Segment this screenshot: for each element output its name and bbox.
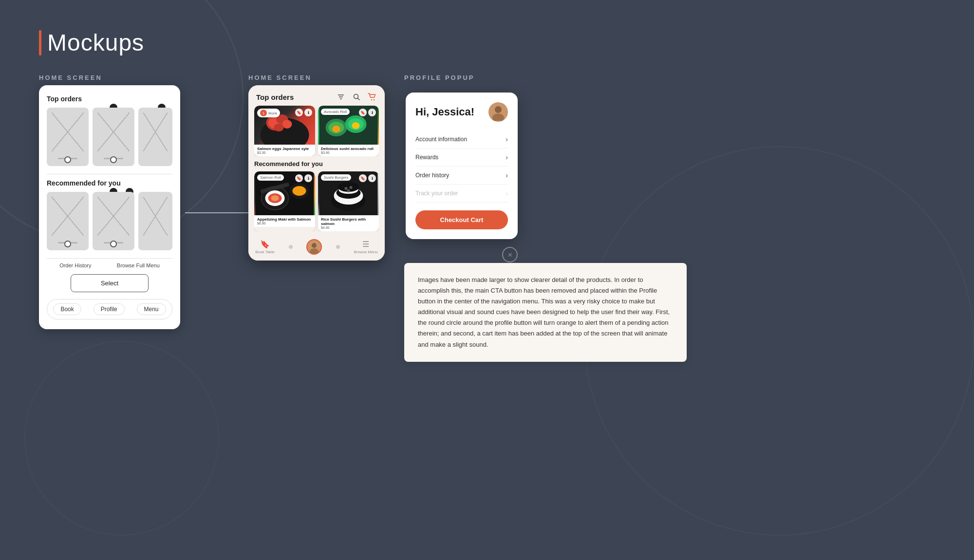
svg-point-16 — [333, 126, 340, 132]
wf-top-orders-title: Top orders — [47, 95, 172, 103]
ikura-badge-name: Ikura — [268, 111, 277, 115]
salmon-price: $6.90 — [257, 222, 312, 225]
info-icon-ikura[interactable]: ℹ — [304, 109, 312, 116]
info-icon-salmon[interactable]: ℹ — [304, 174, 312, 182]
wf-rec-card-circle-2 — [110, 241, 117, 247]
wf-rec-card-2 — [93, 192, 134, 250]
cart-icon[interactable] — [367, 92, 377, 102]
avocado-card-info: Delicious sushi avocado roll $3.90 — [318, 145, 379, 156]
burgers-label: Rice Sushi Burgers with salmon — [321, 217, 376, 226]
order-history-label: Order history — [415, 172, 449, 179]
burgers-card-info: Rice Sushi Burgers with salmon $4.90 — [318, 215, 379, 231]
wf-nav-bar: Book Profile Menu — [47, 299, 172, 319]
avocado-label: Delicious sushi avocado roll — [321, 147, 376, 151]
badge-count: 1 — [260, 110, 267, 116]
track-order-label: Track your order — [415, 190, 458, 197]
avocado-name-badge: Avocado Roll — [321, 109, 350, 115]
svg-point-24 — [271, 195, 279, 201]
ikura-card-info: Salmon eggs Japanese syle $3.30 — [254, 145, 315, 156]
popup-menu-rewards[interactable]: Rewards › — [415, 149, 508, 167]
wf-card-3 — [138, 108, 172, 166]
checkout-cart-button[interactable]: Checkout Cart — [415, 210, 508, 229]
description-box: Images have been made larger to show cle… — [404, 263, 687, 362]
bookmark-icon-salmon[interactable]: 🔖 — [295, 174, 303, 182]
svg-point-27 — [293, 186, 306, 196]
salmon-card-icons: 🔖 ℹ — [295, 174, 312, 182]
wf-nav-menu[interactable]: Menu — [137, 303, 166, 315]
track-order-arrow: › — [506, 189, 508, 197]
title-accent-bar — [39, 30, 41, 56]
svg-point-38 — [310, 248, 318, 254]
description-text: Images have been made larger to show cle… — [418, 275, 673, 350]
bookmark-icon-burgers[interactable]: 🔖 — [359, 174, 367, 182]
nav-dot — [289, 245, 293, 249]
svg-point-35 — [350, 186, 353, 189]
nav-browse-menu[interactable]: ☰ Browse Menu — [354, 240, 378, 254]
ikura-card-icons: 🔖 ℹ — [295, 109, 312, 116]
bookmark-icon-avocado[interactable]: 🔖 — [359, 109, 367, 116]
burgers-price: $4.90 — [321, 226, 376, 229]
filter-icon[interactable] — [336, 92, 346, 102]
profile-avatar-nav[interactable] — [306, 239, 322, 255]
wf-rec-card-3 — [138, 192, 172, 250]
avocado-card-icons: 🔖 ℹ — [359, 109, 376, 116]
popup-menu-order-history[interactable]: Order history › — [415, 167, 508, 185]
food-card-avocado[interactable]: Avocado Roll 🔖 ℹ Delicious sushi avocado… — [318, 106, 379, 156]
browse-menu-icon: ☰ — [362, 240, 369, 249]
popup-greeting: Hi, Jessica! — [415, 106, 474, 118]
svg-point-40 — [492, 113, 504, 121]
svg-point-37 — [312, 243, 317, 248]
phone-header: Top orders — [248, 85, 385, 106]
wf-card-circle-2 — [110, 156, 117, 163]
ikura-price: $3.30 — [257, 151, 312, 154]
nav-book-table[interactable]: 🔖 Book Table — [255, 240, 274, 254]
avocado-price: $3.90 — [321, 151, 376, 154]
page-title: Mockups — [47, 29, 144, 56]
section-label-middle: HOME SCREEN — [248, 74, 312, 81]
order-history-arrow: › — [506, 171, 508, 179]
rewards-label: Rewards — [415, 154, 438, 161]
info-icon-burgers[interactable]: ℹ — [368, 174, 376, 182]
burgers-name-badge: Sushi Burgers — [321, 174, 351, 181]
nav-dot-2 — [336, 245, 340, 249]
bookmark-icon-ikura[interactable]: 🔖 — [295, 109, 303, 116]
wf-recommended-cards-row — [47, 192, 172, 250]
phone-header-icons — [336, 92, 377, 102]
color-phone: Top orders — [248, 85, 385, 261]
wf-nav-book[interactable]: Book — [53, 303, 81, 315]
svg-point-11 — [282, 120, 292, 129]
top-food-cards-row: 1 Ikura 🔖 ℹ Salmon eggs Japanese syle $3… — [254, 106, 379, 156]
account-info-label: Account information — [415, 136, 467, 143]
wf-browse-menu-label: Browse Full Menu — [117, 262, 160, 268]
svg-point-6 — [374, 99, 375, 100]
food-card-ikura[interactable]: 1 Ikura 🔖 ℹ Salmon eggs Japanese syle $3… — [254, 106, 315, 156]
info-icon-avocado[interactable]: ℹ — [368, 109, 376, 116]
svg-point-39 — [495, 106, 502, 113]
wf-card-x-3 — [138, 108, 172, 166]
wf-rec-card-circle-1 — [64, 241, 71, 247]
search-icon[interactable] — [352, 92, 361, 102]
wf-card-2 — [93, 108, 134, 166]
recommended-cards-row: Salmon Roll 🔖 ℹ Appetizing Maki with Sal… — [254, 171, 379, 231]
nav-center-dot-2 — [336, 245, 340, 249]
popup-close-button[interactable]: ✕ — [502, 247, 518, 262]
food-card-burgers[interactable]: Sushi Burgers 🔖 ℹ Rice Sushi Burgers wit… — [318, 171, 379, 231]
svg-point-12 — [274, 124, 284, 131]
ikura-label: Salmon eggs Japanese syle — [257, 147, 312, 151]
wf-recommended-title: Recommended for you — [47, 179, 172, 187]
wf-card-1 — [47, 108, 89, 166]
page-title-area: Mockups — [39, 29, 144, 56]
svg-point-5 — [371, 99, 372, 100]
popup-menu-account[interactable]: Account information › — [415, 131, 508, 149]
wf-nav-profile[interactable]: Profile — [94, 303, 125, 315]
food-card-salmon[interactable]: Salmon Roll 🔖 ℹ Appetizing Maki with Sal… — [254, 171, 315, 231]
wf-bottom-labels: Order History Browse Full Menu — [47, 262, 172, 268]
profile-avatar-popup — [488, 102, 508, 122]
popup-menu-track-order: Track your order › — [415, 185, 508, 203]
wireframe-phone: Top orders Recommended for you — [39, 85, 180, 329]
wf-select-button[interactable]: Select — [71, 274, 149, 292]
wf-rec-card-x-3 — [138, 192, 172, 250]
recommended-section: Recommended for you Salmon Ro — [248, 160, 385, 231]
wf-divider-2 — [47, 258, 172, 259]
nav-profile-avatar[interactable] — [306, 239, 322, 255]
